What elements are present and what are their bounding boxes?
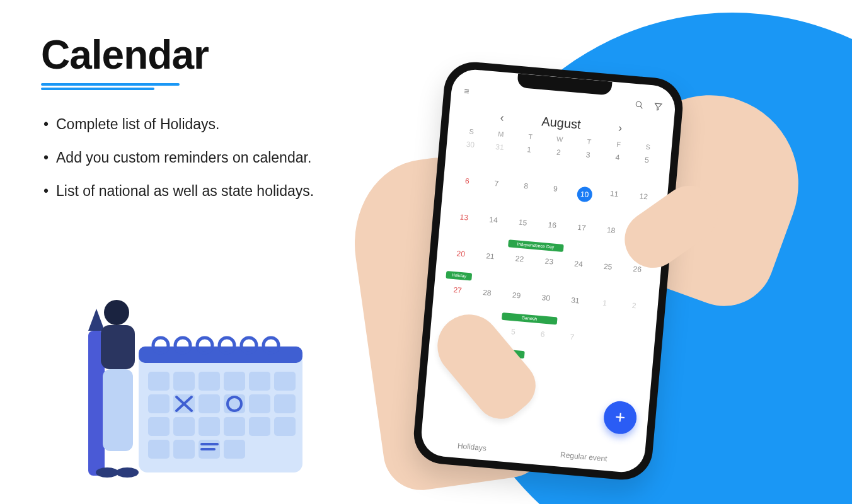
- calendar-day[interactable]: 30: [453, 136, 486, 175]
- month-label: August: [541, 114, 582, 132]
- calendar-day[interactable]: 31: [483, 139, 515, 178]
- svg-rect-16: [199, 394, 220, 413]
- calendar-day[interactable]: 17: [565, 219, 597, 258]
- svg-rect-21: [173, 417, 195, 436]
- add-event-button[interactable]: +: [602, 400, 638, 435]
- calendar-day[interactable]: 30: [529, 290, 561, 329]
- weekday: F: [604, 139, 634, 149]
- svg-point-37: [104, 300, 129, 325]
- svg-marker-36: [88, 309, 105, 331]
- calendar-day[interactable]: 1: [587, 295, 620, 334]
- next-month-button[interactable]: ›: [618, 122, 623, 135]
- calendar-day[interactable]: 15Independence Day: [505, 214, 538, 253]
- calendar-day[interactable]: 2: [541, 144, 574, 183]
- calendar-day[interactable]: 25: [590, 258, 623, 297]
- calendar-day[interactable]: 3: [571, 147, 604, 186]
- svg-rect-24: [249, 417, 270, 436]
- tab-holidays[interactable]: Holidays: [457, 442, 486, 453]
- svg-rect-19: [274, 394, 296, 413]
- svg-rect-22: [199, 417, 220, 436]
- page-title: Calendar: [41, 32, 343, 78]
- svg-rect-23: [224, 417, 245, 436]
- svg-marker-44: [655, 103, 662, 110]
- weekday: S: [456, 127, 486, 137]
- calendar-day[interactable]: 16: [535, 217, 568, 256]
- feature-item: Complete list of Holidays.: [41, 115, 343, 134]
- svg-rect-11: [224, 372, 245, 391]
- calendar-illustration: [57, 271, 309, 485]
- title-underline: [41, 83, 180, 89]
- calendar-day[interactable]: 11: [597, 186, 630, 225]
- calendar-day[interactable]: 14: [476, 212, 509, 251]
- feature-text-panel: Calendar Complete list of Holidays. Add …: [41, 32, 343, 215]
- feature-item: Add you custom reminders on calendar.: [41, 148, 343, 168]
- svg-rect-29: [224, 440, 245, 459]
- menu-icon[interactable]: ≡: [464, 86, 470, 96]
- calendar-day[interactable]: 31: [558, 292, 590, 331]
- svg-point-41: [116, 467, 139, 478]
- calendar-day[interactable]: 21: [473, 248, 506, 287]
- svg-rect-39: [103, 369, 133, 451]
- calendar-day[interactable]: 7: [480, 175, 512, 214]
- calendar-event[interactable]: Holiday: [446, 271, 472, 281]
- svg-line-43: [640, 106, 643, 108]
- calendar-day[interactable]: 10: [568, 183, 601, 222]
- calendar-day[interactable]: 13: [447, 209, 480, 248]
- search-icon[interactable]: [635, 101, 647, 112]
- tab-regular[interactable]: Regular event: [560, 450, 608, 463]
- feature-list: Complete list of Holidays. Add you custo…: [41, 115, 343, 201]
- weekday: S: [633, 142, 663, 152]
- calendar-day[interactable]: 1: [512, 142, 544, 181]
- filter-icon[interactable]: [653, 103, 663, 113]
- calendar-day[interactable]: 2: [617, 297, 650, 336]
- weekday: T: [515, 132, 546, 142]
- svg-rect-18: [249, 394, 270, 413]
- phone-screen: ≡ ‹ August › S M T W: [420, 68, 677, 474]
- calendar-day[interactable]: 8: [509, 178, 541, 217]
- calendar-day[interactable]: 9: [538, 180, 571, 219]
- svg-rect-10: [199, 372, 220, 391]
- svg-rect-20: [148, 417, 170, 436]
- calendar-day[interactable]: 29Ganesh: [499, 287, 532, 326]
- calendar-day[interactable]: 24: [561, 256, 594, 295]
- svg-rect-38: [101, 325, 135, 369]
- calendar-day[interactable]: 18: [594, 222, 626, 261]
- calendar-day[interactable]: 23: [532, 253, 565, 292]
- feature-item: List of national as well as state holida…: [41, 181, 343, 201]
- svg-rect-25: [274, 417, 296, 436]
- calendar-day[interactable]: 20Holiday: [444, 246, 476, 285]
- svg-rect-26: [148, 440, 170, 459]
- weekday: T: [574, 137, 604, 147]
- svg-rect-27: [173, 440, 195, 459]
- prev-month-button[interactable]: ‹: [500, 111, 505, 124]
- svg-rect-12: [249, 372, 270, 391]
- weekday: M: [486, 129, 516, 139]
- calendar-day[interactable]: 4: [600, 149, 633, 188]
- calendar-day[interactable]: 22: [502, 251, 535, 290]
- phone-frame: ≡ ‹ August › S M T W: [412, 60, 685, 483]
- calendar-day[interactable]: 6: [526, 326, 558, 365]
- weekday: W: [544, 134, 575, 144]
- svg-rect-9: [173, 372, 195, 391]
- svg-rect-13: [274, 372, 296, 391]
- svg-rect-8: [148, 372, 170, 391]
- calendar-day[interactable]: 5: [630, 152, 662, 191]
- bottom-tabs: Holidays Regular event: [420, 438, 645, 466]
- calendar-day[interactable]: 7: [555, 329, 587, 368]
- svg-rect-14: [148, 394, 170, 413]
- svg-point-40: [96, 467, 118, 478]
- device-mockup: ≡ ‹ August › S M T W: [353, 44, 819, 485]
- calendar-day[interactable]: 6: [450, 173, 483, 212]
